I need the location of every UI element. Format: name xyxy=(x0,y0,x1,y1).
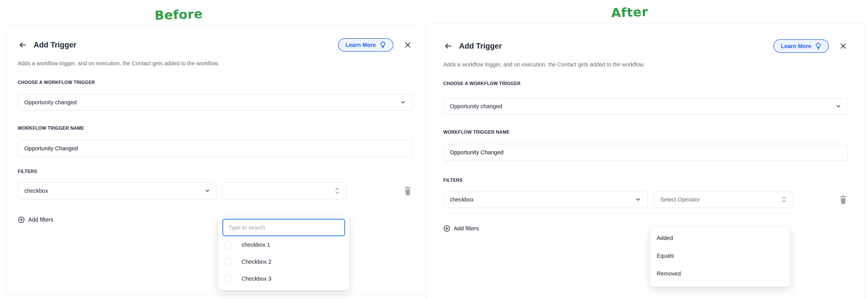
trigger-name-label: WORKFLOW TRIGGER NAME xyxy=(18,126,412,132)
trash-icon xyxy=(839,195,847,204)
filter-value-dropdown: checkbox 1 Checkbox 2 Checkbox 3 xyxy=(218,217,349,290)
learn-more-label: Learn More xyxy=(345,42,376,48)
chevron-down-icon xyxy=(835,103,841,109)
add-filters-label: Add filters xyxy=(454,225,479,232)
trash-icon xyxy=(404,186,412,196)
filter-field-value: checkbox xyxy=(24,188,48,194)
filter-operator-value: Select Operator xyxy=(660,196,700,203)
section-divider xyxy=(18,204,412,205)
plus-circle-icon xyxy=(443,225,451,232)
add-filters-button[interactable]: Add filters xyxy=(18,215,53,224)
trigger-name-input[interactable] xyxy=(450,149,841,156)
page-title: Add Trigger xyxy=(459,42,502,51)
trigger-name-field xyxy=(18,140,412,157)
page-title: Add Trigger xyxy=(34,41,76,50)
option-label: Checkbox 2 xyxy=(242,259,272,265)
chevrons-up-down-icon xyxy=(334,187,340,194)
chevron-down-icon xyxy=(635,196,641,202)
back-button[interactable] xyxy=(443,41,453,51)
x-icon xyxy=(839,43,847,50)
dropdown-option[interactable]: checkbox 1 xyxy=(222,236,345,253)
dropdown-option[interactable]: Checkbox 2 xyxy=(222,253,345,270)
filter-row: checkbox Select Operator xyxy=(443,191,848,208)
arrow-left-icon xyxy=(444,42,452,50)
after-annotation: After xyxy=(611,4,648,20)
dropdown-option[interactable]: Checkbox 3 xyxy=(222,270,345,287)
workflow-trigger-select[interactable]: Opportunity changed xyxy=(18,94,412,110)
add-trigger-panel-after: Add Trigger Learn More Adds a workflow t… xyxy=(426,23,865,299)
close-button[interactable] xyxy=(403,40,412,50)
filter-operator-select[interactable]: Select Operator xyxy=(654,191,793,208)
checkbox-icon[interactable] xyxy=(225,258,232,265)
trigger-name-input[interactable] xyxy=(24,145,406,152)
close-button[interactable] xyxy=(838,41,848,51)
add-trigger-panel-before: Add Trigger Learn More Adds a workflow t… xyxy=(6,25,424,295)
delete-filter-button[interactable] xyxy=(403,185,412,196)
panel-description: Adds a workflow trigger, and on executio… xyxy=(443,61,848,68)
delete-filter-button[interactable] xyxy=(838,194,848,205)
arrow-left-icon xyxy=(18,41,27,49)
option-label: checkbox 1 xyxy=(242,242,270,248)
lightbulb-icon xyxy=(379,41,386,49)
workflow-trigger-label: CHOOSE A WORKFLOW TRIGGER xyxy=(18,80,412,86)
chevron-down-icon xyxy=(400,99,406,105)
filters-label: FILTERS xyxy=(18,169,412,175)
filter-field-select[interactable]: checkbox xyxy=(18,182,217,199)
chevron-down-icon xyxy=(204,188,211,194)
panel-header: Add Trigger Learn More xyxy=(443,39,848,53)
add-filters-button[interactable]: Add filters xyxy=(443,223,479,233)
workflow-trigger-select[interactable]: Opportunity changed xyxy=(443,98,848,114)
learn-more-button[interactable]: Learn More xyxy=(773,39,829,53)
dropdown-option[interactable]: Removed xyxy=(650,265,790,282)
workflow-trigger-value: Opportunity changed xyxy=(24,99,77,106)
dropdown-search-field xyxy=(222,219,345,236)
filter-field-select[interactable]: checkbox xyxy=(443,191,648,208)
back-button[interactable] xyxy=(18,40,27,50)
lightbulb-icon xyxy=(815,43,822,50)
plus-circle-icon xyxy=(18,216,25,223)
x-icon xyxy=(404,41,411,49)
filter-field-value: checkbox xyxy=(450,196,474,203)
option-label: Equals xyxy=(657,253,674,259)
workflow-trigger-label: CHOOSE A WORKFLOW TRIGGER xyxy=(443,81,848,87)
panel-description: Adds a workflow trigger, and on executio… xyxy=(18,60,412,67)
checkbox-icon[interactable] xyxy=(225,241,232,248)
chevrons-up-down-icon xyxy=(781,196,787,203)
option-label: Removed xyxy=(657,270,681,277)
comparison-screenshot: Before After Add Trigger Learn More xyxy=(0,0,868,299)
section-divider xyxy=(443,213,848,213)
trigger-name-field xyxy=(443,144,848,161)
operator-dropdown: Added Equals Removed xyxy=(650,227,790,287)
dropdown-option[interactable]: Added xyxy=(650,229,790,247)
dropdown-search-input[interactable] xyxy=(228,224,339,231)
filter-operator-select[interactable] xyxy=(222,182,346,199)
option-label: Added xyxy=(657,235,673,241)
filters-label: FILTERS xyxy=(443,178,848,184)
dropdown-option[interactable]: Equals xyxy=(650,247,790,265)
trigger-name-label: WORKFLOW TRIGGER NAME xyxy=(443,130,848,136)
workflow-trigger-value: Opportunity changed xyxy=(450,103,502,110)
filter-row: checkbox xyxy=(18,182,412,199)
add-filters-label: Add filters xyxy=(28,216,53,223)
learn-more-label: Learn More xyxy=(781,43,811,50)
panel-header: Add Trigger Learn More xyxy=(18,38,412,52)
checkbox-icon[interactable] xyxy=(225,275,232,282)
before-annotation: Before xyxy=(154,6,203,23)
option-label: Checkbox 3 xyxy=(242,275,272,282)
learn-more-button[interactable]: Learn More xyxy=(338,38,393,52)
